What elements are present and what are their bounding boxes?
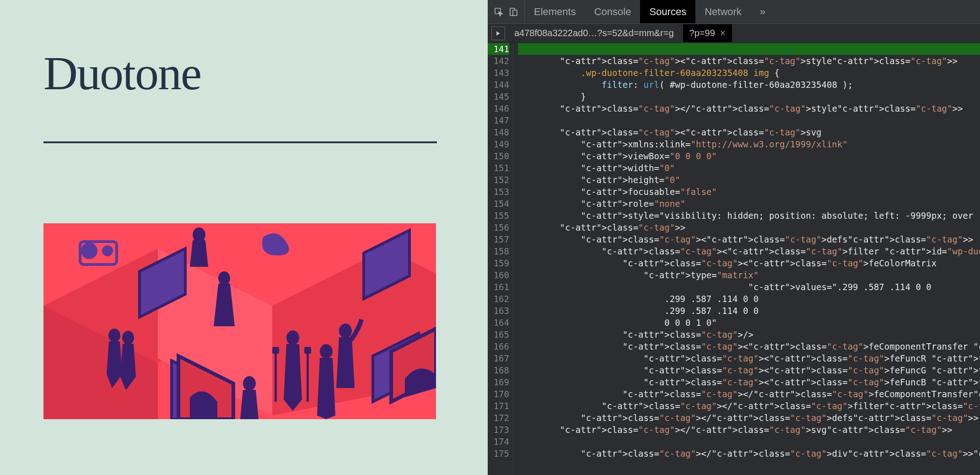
devtools-toolbar: Elements Console Sources Network »	[488, 0, 980, 24]
svg-rect-24	[304, 347, 311, 354]
svg-point-9	[81, 243, 97, 259]
duotone-illustration	[43, 223, 436, 419]
line-number: 146	[488, 103, 509, 114]
code-line	[518, 436, 980, 448]
line-number: 163	[488, 305, 509, 317]
line-number: 153	[488, 186, 509, 198]
code-line: "c-attr">class="c-tag"><"c-attr">class="…	[518, 376, 980, 388]
code-line: "c-attr">class="c-tag"><"c-attr">class="…	[518, 233, 980, 245]
svg-rect-21	[275, 351, 277, 402]
line-number: 175	[488, 448, 509, 459]
file-tab-label: ?p=99	[689, 28, 715, 38]
svg-point-13	[108, 329, 120, 342]
code-line: "c-attr">viewBox="0 0 0 0"	[518, 150, 980, 162]
file-tab-1[interactable]: a478f08a3222ad0…?s=52&d=mm&r=g	[508, 24, 680, 42]
code-line: "c-attr">style="visibility: hidden; posi…	[518, 210, 980, 221]
code-line: "c-attr">class="c-tag"><"c-attr">class="…	[518, 55, 980, 67]
code-line: "c-attr">class="c-tag"></"c-attr">class=…	[518, 424, 980, 436]
code-line: filter: url( #wp-duotone-filter-60aa2032…	[518, 79, 980, 91]
navigator-icon[interactable]	[491, 27, 505, 40]
code-line: .299 .587 .114 0 0	[518, 293, 980, 305]
line-number: 161	[488, 281, 509, 293]
code-line: "c-attr">role="none"	[518, 198, 980, 210]
line-number: 143	[488, 67, 509, 79]
line-number: 159	[488, 257, 509, 269]
line-number: 170	[488, 388, 509, 400]
line-number: 166	[488, 340, 509, 352]
line-number: 158	[488, 245, 509, 257]
code-line: "c-attr">class="c-tag"></"c-attr">class=…	[518, 388, 980, 400]
line-number: 173	[488, 424, 509, 436]
line-number: 144	[488, 79, 509, 91]
line-number: 149	[488, 138, 509, 150]
code-line: "c-attr">height="0"	[518, 174, 980, 186]
line-number: 160	[488, 269, 509, 281]
code-line	[518, 114, 980, 126]
line-number: 172	[488, 412, 509, 424]
code-line: "c-attr">class="c-tag">/>	[518, 329, 980, 340]
code-line: "c-attr">class="c-tag"><"c-attr">class="…	[518, 126, 980, 138]
main-tabs: Elements Console Sources Network »	[525, 0, 980, 23]
content-panel: Duotone	[0, 0, 488, 475]
line-number: 150	[488, 150, 509, 162]
device-toggle-icon[interactable]	[508, 6, 519, 17]
code-line: "c-attr">type="matrix"	[518, 269, 980, 281]
svg-point-18	[320, 344, 333, 359]
code-line: "c-attr">class="c-tag">>	[518, 221, 980, 233]
svg-marker-35	[496, 31, 500, 36]
close-icon[interactable]: ✕	[720, 29, 726, 38]
tab-sources[interactable]: Sources	[640, 0, 695, 23]
code-line: "c-attr">class="c-tag"><"c-attr">class="…	[518, 245, 980, 257]
tab-network[interactable]: Network	[695, 0, 751, 23]
line-number: 157	[488, 233, 509, 245]
svg-rect-29	[513, 10, 517, 16]
tab-more[interactable]: »	[751, 0, 775, 23]
svg-rect-23	[272, 347, 279, 354]
line-number: 155	[488, 210, 509, 221]
svg-point-20	[243, 376, 256, 391]
code-line: "c-attr">width="0"	[518, 162, 980, 174]
code-line: "c-attr">class="c-tag"></"c-attr">class=…	[518, 103, 980, 114]
line-number: 168	[488, 364, 509, 376]
select-element-icon[interactable]	[493, 6, 504, 17]
code-content: "c-attr">class="c-tag"><"c-attr">class="…	[513, 43, 980, 475]
line-number: 152	[488, 174, 509, 186]
code-line: "c-attr">class="c-tag"><"c-attr">class="…	[518, 364, 980, 376]
line-number: 147	[488, 114, 509, 126]
code-line: "c-attr">values=".299 .587 .114 0 0	[518, 281, 980, 293]
toolbar-icon-group	[493, 0, 525, 23]
svg-point-16	[286, 330, 299, 345]
line-number: 169	[488, 376, 509, 388]
code-line: "c-attr">class="c-tag"><"c-attr">class="…	[518, 352, 980, 364]
file-tab-2[interactable]: ?p=99 ✕	[683, 24, 732, 42]
divider	[43, 141, 437, 143]
code-line: "c-attr">class="c-tag"><"c-attr">class="…	[518, 257, 980, 269]
line-number: 174	[488, 436, 509, 448]
code-line	[518, 43, 980, 55]
code-line: 0 0 0 1 0"	[518, 317, 980, 329]
line-number: 142	[488, 55, 509, 67]
line-number: 154	[488, 198, 509, 210]
file-tab-label: a478f08a3222ad0…?s=52&d=mm&r=g	[514, 28, 674, 38]
svg-point-10	[102, 245, 113, 256]
line-number: 151	[488, 162, 509, 174]
line-number: 171	[488, 400, 509, 412]
line-gutter: 1411421431441451461471481491501511521531…	[488, 43, 513, 475]
code-line: "c-attr">class="c-tag"></"c-attr">class=…	[518, 412, 980, 424]
tab-console[interactable]: Console	[585, 0, 641, 23]
code-editor[interactable]: 1411421431441451461471481491501511521531…	[488, 43, 980, 475]
tab-elements[interactable]: Elements	[525, 0, 585, 23]
code-line: "c-attr">class="c-tag"></"c-attr">class=…	[518, 448, 980, 459]
line-number: 165	[488, 329, 509, 340]
line-number: 148	[488, 126, 509, 138]
page-title: Duotone	[43, 46, 444, 100]
svg-point-19	[339, 324, 352, 338]
line-number: 167	[488, 352, 509, 364]
line-number: 141	[488, 43, 509, 55]
code-line: }	[518, 91, 980, 103]
line-number: 162	[488, 293, 509, 305]
code-line: .wp-duotone-filter-60aa203235408 img {	[518, 67, 980, 79]
svg-point-14	[122, 331, 134, 345]
code-line: "c-attr">class="c-tag"></"c-attr">class=…	[518, 400, 980, 412]
line-number: 145	[488, 91, 509, 103]
